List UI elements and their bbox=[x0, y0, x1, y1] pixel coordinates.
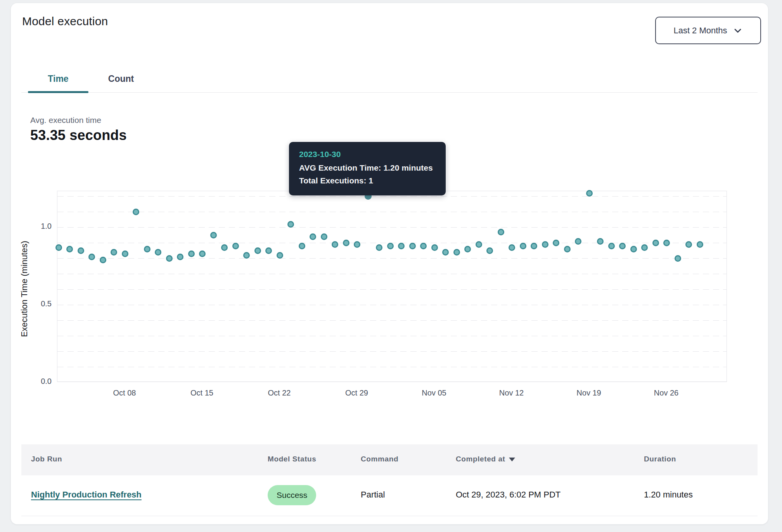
data-point[interactable] bbox=[55, 244, 62, 251]
chart-tooltip: 2023-10-30 AVG Execution Time: 1.20 minu… bbox=[289, 142, 446, 195]
data-point[interactable] bbox=[553, 240, 559, 246]
column-header-model-status: Model Status bbox=[268, 455, 316, 463]
data-point[interactable] bbox=[498, 229, 504, 235]
column-header-command: Command bbox=[361, 455, 398, 463]
x-axis-tick-label: Nov 26 bbox=[639, 389, 694, 397]
data-point[interactable] bbox=[476, 241, 482, 248]
data-point[interactable] bbox=[310, 233, 316, 240]
data-point[interactable] bbox=[111, 249, 117, 256]
data-point[interactable] bbox=[354, 241, 360, 248]
data-point[interactable] bbox=[376, 244, 382, 251]
data-point[interactable] bbox=[277, 252, 283, 259]
data-point[interactable] bbox=[254, 247, 261, 254]
data-point[interactable] bbox=[453, 249, 460, 256]
gridline bbox=[57, 351, 727, 352]
data-point[interactable] bbox=[122, 250, 128, 257]
gridline bbox=[57, 305, 727, 305]
data-point[interactable] bbox=[420, 243, 427, 249]
data-point[interactable] bbox=[630, 246, 637, 252]
y-axis-tick-label: 0.5 bbox=[22, 299, 52, 308]
job-run-link[interactable]: Nightly Production Refresh bbox=[31, 490, 142, 500]
data-point[interactable] bbox=[409, 243, 416, 249]
avg-execution-time-value: 53.35 seconds bbox=[30, 127, 127, 143]
table-row-divider bbox=[21, 516, 758, 516]
x-axis-tick-label: Oct 08 bbox=[97, 389, 152, 397]
data-point[interactable] bbox=[509, 244, 515, 251]
tab-count[interactable]: Count bbox=[98, 67, 144, 91]
data-point[interactable] bbox=[78, 247, 84, 254]
completed-at-cell: Oct 29, 2023, 6:02 PM PDT bbox=[456, 490, 561, 500]
data-point[interactable] bbox=[287, 221, 294, 228]
status-badge: Success bbox=[268, 485, 316, 505]
data-point[interactable] bbox=[166, 255, 173, 262]
data-point[interactable] bbox=[652, 240, 659, 246]
data-point[interactable] bbox=[464, 246, 471, 252]
data-point[interactable] bbox=[575, 238, 581, 245]
data-point[interactable] bbox=[321, 233, 327, 240]
data-point[interactable] bbox=[619, 243, 626, 249]
data-point[interactable] bbox=[100, 257, 106, 263]
data-point[interactable] bbox=[243, 252, 250, 259]
gridline bbox=[57, 196, 727, 197]
data-point[interactable] bbox=[188, 250, 195, 257]
gridline bbox=[57, 320, 727, 321]
data-point[interactable] bbox=[177, 254, 183, 260]
column-header-completed-at[interactable]: Completed at bbox=[456, 455, 515, 463]
data-point[interactable] bbox=[398, 243, 405, 249]
data-point[interactable] bbox=[232, 243, 239, 249]
data-point[interactable] bbox=[697, 241, 703, 248]
data-point[interactable] bbox=[387, 243, 394, 249]
x-axis-tick-label: Nov 05 bbox=[407, 389, 461, 397]
data-point[interactable] bbox=[265, 247, 272, 254]
gridline bbox=[57, 212, 727, 212]
data-point[interactable] bbox=[299, 243, 305, 249]
date-range-dropdown[interactable]: Last 2 Months bbox=[655, 17, 761, 44]
tabs-divider bbox=[21, 92, 758, 93]
data-point[interactable] bbox=[564, 246, 571, 252]
data-point[interactable] bbox=[431, 244, 438, 251]
data-point[interactable] bbox=[144, 246, 151, 252]
gridline bbox=[57, 336, 727, 336]
data-point[interactable] bbox=[66, 246, 73, 252]
column-header-duration: Duration bbox=[644, 455, 676, 463]
data-point[interactable] bbox=[641, 244, 648, 251]
gridline bbox=[57, 289, 727, 290]
model-execution-card: Model execution Last 2 Months Time Count… bbox=[11, 3, 768, 524]
tab-time[interactable]: Time bbox=[28, 67, 88, 91]
tooltip-total-executions: Total Executions: 1 bbox=[299, 174, 436, 187]
x-axis-tick-label: Oct 29 bbox=[330, 389, 384, 397]
column-header-job-run: Job Run bbox=[31, 455, 62, 463]
y-axis-tick-label: 1.0 bbox=[22, 222, 52, 231]
y-axis-title: Execution Time (minutes) bbox=[19, 211, 29, 366]
data-point[interactable] bbox=[597, 238, 604, 245]
gridline bbox=[57, 258, 727, 259]
command-cell: Partial bbox=[361, 490, 385, 500]
gridline bbox=[57, 367, 727, 367]
gridline bbox=[57, 274, 727, 274]
data-point[interactable] bbox=[586, 190, 593, 197]
y-axis-tick-label: 0.0 bbox=[22, 377, 52, 386]
data-point[interactable] bbox=[663, 240, 670, 246]
data-point[interactable] bbox=[531, 243, 537, 249]
tooltip-date: 2023-10-30 bbox=[299, 150, 436, 159]
data-point[interactable] bbox=[608, 243, 615, 249]
data-point[interactable] bbox=[343, 240, 349, 246]
data-point[interactable] bbox=[520, 243, 526, 249]
data-point[interactable] bbox=[199, 250, 206, 257]
data-point[interactable] bbox=[88, 254, 95, 260]
duration-cell: 1.20 minutes bbox=[644, 490, 693, 500]
date-range-label: Last 2 Months bbox=[673, 26, 727, 36]
x-axis-tick-label: Oct 15 bbox=[175, 389, 229, 397]
data-point[interactable] bbox=[542, 241, 548, 248]
data-point[interactable] bbox=[332, 241, 338, 248]
page-title: Model execution bbox=[22, 15, 108, 28]
data-point[interactable] bbox=[133, 209, 139, 215]
data-point[interactable] bbox=[210, 232, 217, 238]
x-axis-tick-label: Nov 12 bbox=[484, 389, 539, 397]
data-point[interactable] bbox=[675, 255, 681, 262]
data-point[interactable] bbox=[486, 247, 493, 254]
data-point[interactable] bbox=[155, 249, 161, 256]
data-point[interactable] bbox=[685, 241, 692, 248]
data-point[interactable] bbox=[442, 249, 449, 256]
data-point[interactable] bbox=[221, 244, 228, 251]
